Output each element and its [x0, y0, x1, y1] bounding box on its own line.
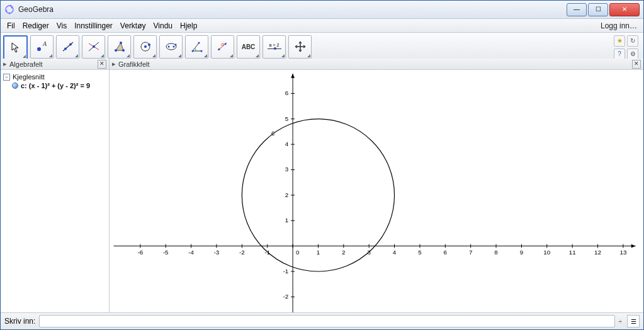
svg-point-8 [64, 48, 67, 50]
svg-text:1: 1 [285, 217, 288, 224]
graphics-view[interactable]: -6-5-4-3-2-1012345678910111213-2-1123456… [110, 70, 643, 312]
toolbar-right: ★ ↻ ? ⚙ [614, 35, 638, 60]
toolbar-buttons: AdABCa = 2 [3, 35, 312, 60]
svg-text:-2: -2 [283, 293, 288, 300]
svg-point-30 [224, 43, 226, 45]
menu-rediger[interactable]: Rediger [19, 20, 53, 31]
visibility-dot-icon[interactable] [12, 82, 18, 89]
svg-point-2 [11, 7, 13, 9]
input-bar-label: Skriv inn: [4, 317, 35, 326]
svg-text:4: 4 [285, 140, 289, 147]
line-tool[interactable] [56, 35, 79, 59]
svg-text:7: 7 [469, 249, 472, 256]
svg-point-19 [148, 43, 150, 46]
menu-vis[interactable]: Vis [53, 20, 71, 31]
svg-point-23 [174, 44, 176, 46]
svg-text:A: A [42, 40, 47, 47]
svg-point-15 [122, 49, 125, 52]
svg-point-18 [144, 45, 147, 48]
svg-point-21 [167, 46, 169, 48]
help-icon[interactable]: ? [614, 48, 625, 60]
minimize-button[interactable]: — [567, 3, 587, 16]
svg-text:2: 2 [342, 249, 345, 256]
titlebar[interactable]: GeoGebra — ☐ ✕ [1, 1, 643, 19]
svg-text:-3: -3 [214, 249, 220, 256]
svg-text:9: 9 [520, 249, 523, 256]
svg-text:10: 10 [543, 249, 550, 256]
move-tool[interactable] [3, 35, 28, 60]
collapse-icon[interactable]: – [3, 74, 10, 81]
svg-text:-6: -6 [137, 249, 143, 256]
svg-text:1: 1 [317, 249, 320, 256]
window-title: GeoGebra [18, 5, 54, 14]
svg-text:-2: -2 [239, 249, 245, 256]
graphics-panel-close-icon[interactable]: ✕ [632, 60, 641, 69]
svg-text:-1: -1 [283, 268, 288, 275]
svg-point-14 [115, 49, 117, 52]
tree-item-c[interactable]: c: (x - 1)² + (y - 2)² = 9 [12, 81, 106, 90]
algebra-panel-close-icon[interactable]: ✕ [98, 60, 106, 69]
svg-text:12: 12 [594, 249, 601, 256]
algebra-panel-title: Algebrafelt [9, 60, 43, 68]
tree-group-label: Kjeglesnitt [13, 73, 45, 81]
svg-point-22 [172, 46, 174, 48]
close-button[interactable]: ✕ [609, 3, 640, 16]
tree-group-kjeglesnitt[interactable]: – Kjeglesnitt [3, 72, 106, 81]
ellipse-tool[interactable] [159, 35, 183, 59]
svg-text:3: 3 [367, 249, 371, 256]
svg-text:d: d [221, 42, 223, 47]
chevron-right-icon: ▸ [3, 60, 7, 68]
poly-tool[interactable] [108, 35, 131, 59]
circle-tool[interactable] [133, 35, 157, 59]
svg-text:4: 4 [393, 249, 397, 256]
svg-point-26 [198, 42, 200, 44]
input-field[interactable] [39, 315, 614, 327]
menu-verktoy[interactable]: Verktøy [116, 20, 150, 31]
svg-text:c: c [271, 129, 275, 137]
move-view-tool[interactable] [288, 35, 312, 59]
ray-tool[interactable] [82, 35, 105, 59]
text-tool[interactable]: ABC [237, 35, 260, 59]
svg-point-25 [200, 50, 202, 52]
algebra-panel-header[interactable]: ▸ Algebrafelt ✕ [1, 59, 109, 70]
input-bar: Skriv inn: ÷ ☰ [1, 312, 643, 329]
star-icon[interactable]: ★ [614, 35, 625, 47]
panels: ▸ Algebrafelt ✕ – Kjeglesnitt c: (x - 1)… [1, 59, 643, 312]
svg-text:2: 2 [285, 191, 288, 198]
svg-text:3: 3 [285, 166, 289, 173]
maximize-button[interactable]: ☐ [588, 3, 608, 16]
slope-tool[interactable]: d [211, 35, 234, 59]
svg-point-3 [9, 13, 11, 14]
input-help-icon[interactable]: ☰ [627, 315, 640, 327]
svg-point-12 [93, 45, 95, 48]
graphics-panel: ▸ Grafikkfelt ✕ -6-5-4-3-2-1012345678910… [110, 59, 643, 312]
svg-text:-4: -4 [188, 249, 194, 256]
menu-fil[interactable]: Fil [3, 20, 19, 31]
algebra-panel: ▸ Algebrafelt ✕ – Kjeglesnitt c: (x - 1)… [1, 59, 110, 312]
angle-tool[interactable] [185, 35, 208, 59]
svg-point-1 [6, 10, 8, 12]
point-tool[interactable]: A [30, 35, 54, 59]
svg-text:5: 5 [418, 249, 422, 256]
svg-point-9 [69, 43, 72, 46]
menu-hjelp[interactable]: Hjelp [176, 20, 201, 31]
redo-icon[interactable]: ↻ [627, 35, 638, 47]
svg-text:6: 6 [444, 249, 448, 256]
chevron-right-icon: ▸ [112, 60, 116, 68]
svg-point-29 [218, 48, 220, 50]
graphics-panel-title: Grafikkfelt [118, 60, 150, 68]
svg-marker-13 [116, 43, 123, 50]
input-dropdown-icon[interactable]: ÷ [619, 318, 623, 325]
gear-icon[interactable]: ⚙ [627, 48, 638, 60]
menu-innstillinger[interactable]: Innstillinger [71, 20, 116, 31]
svg-line-7 [63, 42, 73, 51]
login-link[interactable]: Logg inn… [597, 20, 641, 31]
graphics-panel-header[interactable]: ▸ Grafikkfelt ✕ [110, 59, 643, 70]
svg-point-16 [120, 42, 122, 44]
slider-tool[interactable]: a = 2 [263, 35, 286, 59]
svg-text:13: 13 [619, 249, 626, 256]
menu-vindu[interactable]: Vindu [150, 20, 176, 31]
coordinate-plane[interactable]: -6-5-4-3-2-1012345678910111213-2-1123456… [110, 70, 643, 312]
tree-item-label: c: (x - 1)² + (y - 2)² = 9 [21, 82, 90, 89]
app-window: GeoGebra — ☐ ✕ Fil Rediger Vis Innstilli… [0, 0, 644, 330]
